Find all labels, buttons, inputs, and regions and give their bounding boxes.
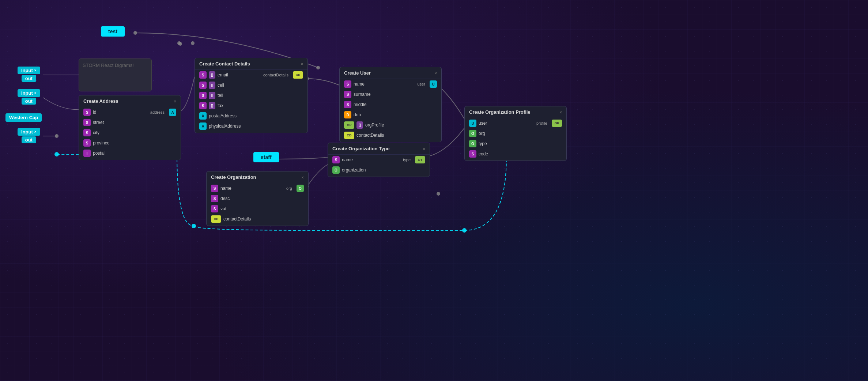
create-address-close[interactable]: × (174, 99, 176, 103)
create-org-type-node: Create Organization Type × S name type O… (328, 143, 430, 177)
output-contactdetails-label: contactDetails (263, 73, 288, 77)
user-row-dob: D dob (340, 110, 441, 120)
badge-s-desc: S (211, 195, 218, 202)
orgprofile-row-type: O type (465, 139, 566, 149)
create-address-row-province: S province (79, 138, 181, 148)
badge-o-org: O (297, 185, 304, 192)
badge-o-orgtype: O (332, 166, 340, 174)
orgtype-row-org: O organization (328, 165, 430, 177)
storm-node: STORM React Digrams! (79, 59, 152, 91)
badge-op-orgprofile: OP (344, 121, 354, 129)
create-organization-close[interactable]: × (302, 175, 304, 180)
output-user-label: user (418, 82, 425, 86)
badge-cd-contact: CD (293, 71, 303, 79)
field-vat: vat (220, 206, 304, 211)
create-user-close[interactable]: × (435, 71, 437, 75)
badge-u-orgprofile-user: U (469, 120, 476, 127)
badge-u-user: U (430, 80, 437, 88)
input-text-1: Input (21, 68, 33, 73)
out-label-3: out (22, 136, 36, 143)
badge-cd-org: CD (211, 215, 221, 223)
badge-bracket-tell: [] (209, 92, 215, 99)
orgprofile-row-code: S code (465, 149, 566, 161)
field-postaladdress: postalAddress (209, 113, 303, 118)
field-org-name: name (220, 186, 284, 191)
field-province: province (93, 140, 176, 146)
out-label-2: out (22, 98, 36, 105)
contact-row-physical: A physicalAddress (195, 121, 307, 133)
user-row-middle: S middle (340, 99, 441, 110)
contact-row-cell: S [] cell (195, 80, 307, 90)
create-user-node: Create User × S name user U S surname S … (339, 67, 442, 142)
badge-bracket-fax: [] (209, 102, 215, 109)
create-org-type-header: Create Organization Type × (328, 143, 430, 155)
orgprofile-row-user: U user profile OP (465, 118, 566, 128)
create-org-profile-close[interactable]: × (560, 110, 562, 114)
western-cap-node[interactable]: Western Cap (5, 113, 42, 122)
input-label-2[interactable]: Input × (18, 89, 40, 97)
field-id: id (93, 110, 148, 115)
field-cell: cell (218, 83, 303, 88)
input-label-1[interactable]: Input × (18, 67, 40, 74)
create-user-title: Create User (344, 70, 371, 76)
staff-label: staff (261, 154, 272, 160)
field-contactdetails-user: contactDetails (356, 133, 437, 138)
input-close-3[interactable]: × (34, 130, 37, 134)
storm-text: STORM React Digrams! (83, 63, 148, 68)
create-contact-details-header: Create Contact Details × (195, 58, 307, 70)
badge-s-id: S (83, 109, 91, 116)
badge-s-email: S (199, 71, 207, 79)
svg-point-0 (316, 66, 320, 69)
create-org-type-close[interactable]: × (423, 147, 425, 151)
output-address-label: address (150, 110, 165, 114)
field-city: city (93, 130, 176, 135)
org-row-contactdetails: CD contactDetails (207, 214, 308, 226)
badge-o-orgprofile-org: O (469, 130, 476, 137)
field-fax: fax (218, 103, 303, 108)
staff-node[interactable]: staff (253, 152, 279, 162)
badge-s-orgtype-name: S (332, 156, 340, 163)
badge-s-surname: S (344, 91, 351, 98)
svg-point-12 (54, 152, 59, 156)
field-physicaladdress: physicalAddress (209, 124, 303, 129)
badge-ot-type: OT (415, 156, 425, 163)
create-organization-node: Create Organization × S name org O S des… (206, 171, 309, 226)
contact-row-postal: A postalAddress (195, 111, 307, 121)
field-tell: tell (218, 93, 303, 98)
field-surname: surname (354, 92, 437, 97)
user-row-contactdetails: CD contactDetails (340, 130, 441, 142)
user-row-name: S name user U (340, 79, 441, 89)
test-node[interactable]: test (101, 26, 125, 37)
badge-s-name-user: S (344, 80, 351, 88)
badge-bracket-orgprofile: [] (356, 121, 363, 129)
create-contact-details-close[interactable]: × (301, 62, 303, 66)
create-address-title: Create Address (83, 98, 118, 104)
field-orgprofile-type: type (479, 141, 562, 146)
field-orgtype-name: name (342, 157, 401, 162)
output-type-label: type (403, 158, 411, 162)
user-row-orgprofile: OP [] orgProfile (340, 120, 441, 130)
badge-i-postal: I (83, 150, 91, 157)
org-row-name: S name org O (207, 183, 308, 193)
badge-op-profile: OP (552, 120, 562, 127)
contact-row-fax: S [] fax (195, 101, 307, 111)
western-cap-label: Western Cap (9, 115, 38, 120)
create-org-profile-title: Create Organization Profile (469, 109, 531, 115)
org-row-desc: S desc (207, 193, 308, 204)
create-org-type-title: Create Organization Type (332, 146, 390, 151)
input-close-2[interactable]: × (34, 91, 37, 95)
contact-row-email: S [] email contactDetails CD (195, 70, 307, 80)
badge-s-province: S (83, 139, 91, 147)
create-contact-details-title: Create Contact Details (199, 61, 250, 67)
field-dob: dob (354, 112, 437, 117)
connections-layer (0, 0, 868, 381)
badge-cd-user: CD (344, 132, 354, 139)
input-label-3[interactable]: Input × (18, 128, 40, 136)
user-row-surname: S surname (340, 89, 441, 99)
field-email: email (218, 72, 261, 78)
svg-point-6 (177, 41, 181, 45)
svg-point-1 (133, 31, 137, 35)
create-org-profile-node: Create Organization Profile × U user pro… (464, 106, 567, 161)
input-close-1[interactable]: × (34, 68, 37, 72)
badge-s-fax: S (199, 102, 207, 109)
